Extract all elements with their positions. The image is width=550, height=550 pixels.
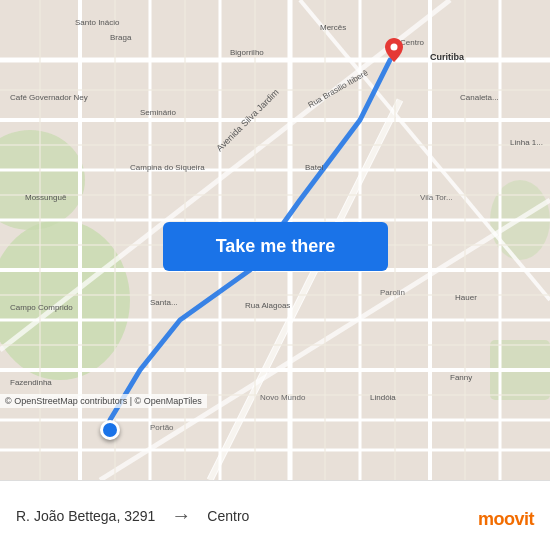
svg-text:Café Governador Ney: Café Governador Ney [10, 93, 88, 102]
map-container: Avenida Silva Jardim Rua Brasilio Itiber… [0, 0, 550, 480]
svg-text:Vila Tor...: Vila Tor... [420, 193, 453, 202]
svg-text:Parolin: Parolin [380, 288, 405, 297]
svg-text:Santa...: Santa... [150, 298, 178, 307]
svg-text:Novo Mundo: Novo Mundo [260, 393, 306, 402]
svg-text:Campo Comprido: Campo Comprido [10, 303, 73, 312]
destination-pin [385, 38, 403, 62]
svg-text:Curitiba: Curitiba [430, 52, 465, 62]
bottom-bar: R. João Bettega, 3291 → Centro moovit [0, 480, 550, 550]
svg-text:Hauer: Hauer [455, 293, 477, 302]
svg-text:Mossunguê: Mossunguê [25, 193, 67, 202]
moovit-logo: moovit [478, 509, 534, 530]
moovit-logo-text: moovit [478, 509, 534, 530]
svg-text:Mercês: Mercês [320, 23, 346, 32]
svg-text:Linha 1...: Linha 1... [510, 138, 543, 147]
route-to: Centro [207, 508, 249, 524]
route-from: R. João Bettega, 3291 [16, 508, 155, 524]
take-me-there-button[interactable]: Take me there [163, 222, 388, 271]
svg-text:Portão: Portão [150, 423, 174, 432]
svg-text:Centro: Centro [400, 38, 425, 47]
svg-text:Braga: Braga [110, 33, 132, 42]
svg-text:Fazendinha: Fazendinha [10, 378, 52, 387]
svg-text:Seminário: Seminário [140, 108, 177, 117]
map-attribution: © OpenStreetMap contributors | © OpenMap… [0, 394, 207, 408]
svg-text:Bigorrilho: Bigorrilho [230, 48, 264, 57]
origin-pin [100, 420, 120, 440]
svg-point-68 [391, 44, 398, 51]
svg-text:Lindóia: Lindóia [370, 393, 396, 402]
svg-text:Santo Inácio: Santo Inácio [75, 18, 120, 27]
svg-text:Batel: Batel [305, 163, 323, 172]
svg-text:Fanny: Fanny [450, 373, 472, 382]
svg-text:Canaleta...: Canaleta... [460, 93, 499, 102]
route-arrow-icon: → [171, 504, 191, 527]
svg-text:Campina do Siqueira: Campina do Siqueira [130, 163, 205, 172]
svg-text:Rua Alagoas: Rua Alagoas [245, 301, 290, 310]
